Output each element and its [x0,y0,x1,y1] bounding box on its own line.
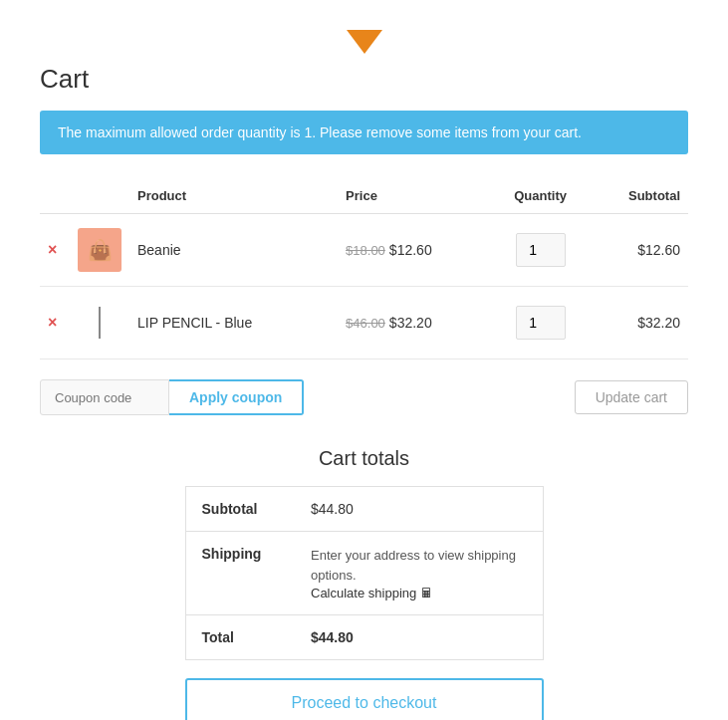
table-row: ×LIP PENCIL - Blue$46.00$32.20$32.20 [40,287,688,360]
product-thumbnail: 👜 [78,228,121,272]
shipping-label: Shipping [185,532,295,615]
cart-table: Product Price Quantity Subtotal ×👜Beanie… [40,178,688,360]
apply-coupon-button[interactable]: Apply coupon [169,379,304,415]
bag-icon: 👜 [88,238,113,262]
arrow-indicator [40,30,688,54]
coupon-row: Apply coupon Update cart [40,379,688,415]
product-name: LIP PENCIL - Blue [129,287,338,360]
update-cart-button[interactable]: Update cart [575,380,688,414]
down-arrow-icon [347,30,382,54]
shipping-row: Shipping Enter your address to view ship… [185,532,543,615]
col-header-remove [40,178,70,214]
price-sale: $12.60 [389,242,432,258]
total-value: $44.80 [295,615,543,660]
totals-table: Subtotal $44.80 Shipping Enter your addr… [185,486,544,660]
subtotal-row: Subtotal $44.80 [185,487,543,532]
cart-totals-section: Cart totals Subtotal $44.80 Shipping Ent… [185,447,544,660]
product-thumbnail [78,301,121,345]
shipping-text: Enter your address to view shipping opti… [311,546,527,585]
table-row: ×👜Beanie$18.00$12.60$12.60 [40,214,688,287]
col-header-image [70,178,129,214]
calculator-icon: 🖩 [420,586,433,600]
price-original: $46.00 [346,316,385,331]
notice-banner: The maximum allowed order quantity is 1.… [40,111,688,154]
shipping-cell: Enter your address to view shipping opti… [295,532,543,615]
subtotal-value: $44.80 [295,487,543,532]
price-sale: $32.20 [389,315,432,331]
subtotal-label: Subtotal [185,487,295,532]
total-label: Total [185,615,295,660]
product-price: $46.00$32.20 [338,287,501,360]
product-subtotal: $12.60 [581,214,688,287]
remove-item-button[interactable]: × [48,314,57,332]
calculate-shipping-link[interactable]: Calculate shipping 🖩 [311,586,433,600]
cart-totals-title: Cart totals [185,447,544,470]
col-header-price: Price [338,178,501,214]
col-header-product: Product [129,178,338,214]
coupon-code-input[interactable] [40,379,169,415]
col-header-subtotal: Subtotal [581,178,688,214]
page-title: Cart [40,64,688,95]
coupon-left: Apply coupon [40,379,304,415]
price-original: $18.00 [346,243,385,258]
col-header-quantity: Quantity [501,178,581,214]
quantity-input[interactable] [516,233,566,267]
proceed-to-checkout-button[interactable]: Proceed to checkout [185,678,544,720]
product-price: $18.00$12.60 [338,214,501,287]
remove-item-button[interactable]: × [48,241,57,259]
product-name: Beanie [129,214,338,287]
product-subtotal: $32.20 [581,287,688,360]
line-icon [99,307,101,339]
quantity-input[interactable] [516,306,566,340]
total-row: Total $44.80 [185,615,543,660]
